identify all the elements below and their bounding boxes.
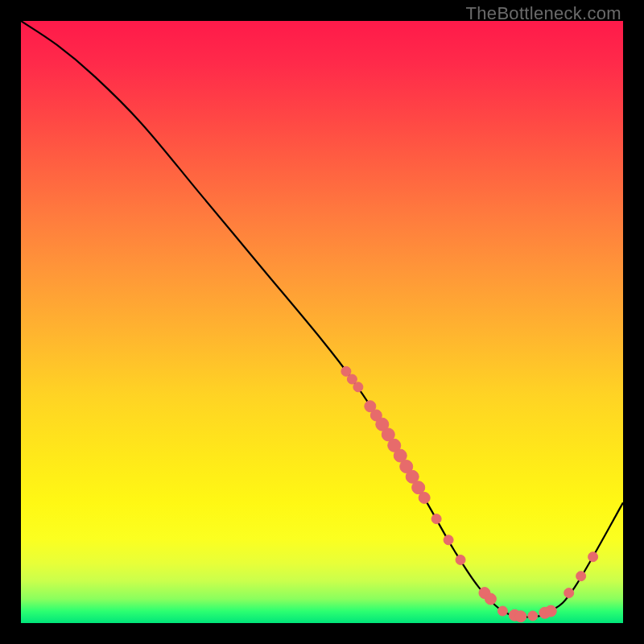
chart-markers	[341, 366, 598, 621]
attribution-label: TheBottleneck.com	[466, 3, 621, 24]
chart-marker	[431, 514, 441, 524]
chart-marker	[456, 555, 465, 564]
chart-overlay	[21, 21, 623, 623]
chart-marker	[497, 606, 507, 616]
chart-frame	[21, 21, 623, 623]
chart-marker	[485, 593, 496, 605]
chart-curve	[21, 21, 623, 617]
chart-marker	[515, 611, 526, 622]
chart-marker	[545, 605, 556, 617]
chart-marker	[576, 572, 586, 581]
chart-marker	[444, 535, 453, 545]
chart-marker	[528, 611, 538, 621]
chart-marker	[564, 588, 574, 598]
chart-marker	[353, 382, 363, 392]
chart-marker	[588, 552, 598, 562]
chart-marker	[419, 492, 430, 503]
